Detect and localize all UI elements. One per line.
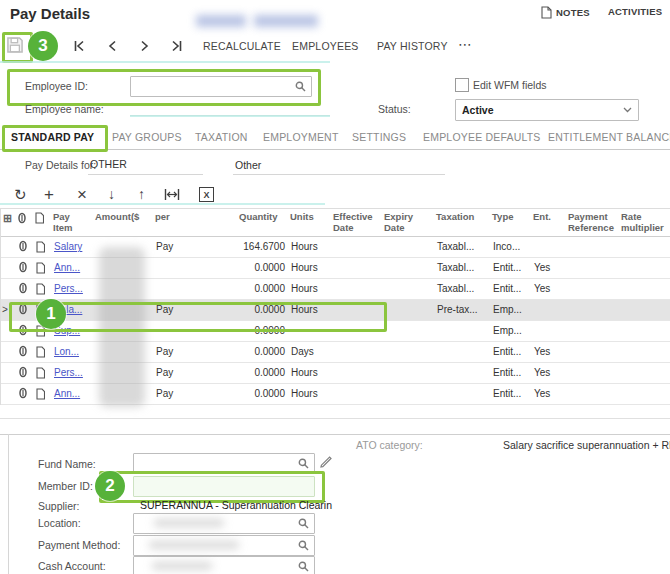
tab-pay-groups[interactable]: PAY GROUPS (112, 131, 182, 143)
taxation-cell[interactable]: Taxabl... (434, 278, 490, 299)
member-id-input[interactable] (133, 476, 315, 497)
move-down-icon[interactable]: ↓ (108, 187, 115, 201)
col-taxation[interactable]: Taxation (434, 209, 490, 237)
move-up-icon[interactable]: ↑ (138, 187, 145, 201)
pay-item-link[interactable]: Pers... (51, 362, 93, 383)
rate-multiplier-cell[interactable] (619, 257, 670, 278)
table-row[interactable]: SalaryPay164.6700HoursTaxabl...Inco... (1, 236, 670, 257)
payment-reference-cell[interactable] (566, 299, 619, 320)
table-row[interactable]: Pers...0.0000HoursTaxabl...Entit...Yes (1, 278, 670, 299)
effective-date-cell[interactable] (331, 362, 382, 383)
units-cell[interactable]: Hours (288, 278, 331, 299)
rate-multiplier-cell[interactable] (619, 320, 670, 341)
cash-account-input[interactable] (133, 556, 315, 574)
refresh-icon[interactable]: ↻ (14, 187, 27, 202)
ent-cell[interactable]: Yes (531, 257, 566, 278)
file-icon[interactable] (33, 362, 51, 383)
units-cell[interactable]: Hours (288, 236, 331, 257)
search-icon[interactable] (298, 561, 309, 572)
effective-date-cell[interactable] (331, 236, 382, 257)
taxation-cell[interactable]: Taxabl... (434, 257, 490, 278)
file-icon[interactable] (33, 236, 51, 257)
taxation-cell[interactable] (434, 362, 490, 383)
table-row[interactable]: Ann...Pay0.0000HoursEntit...Yes (1, 383, 670, 404)
previous-record-button[interactable] (104, 39, 120, 53)
expiry-date-cell[interactable] (382, 383, 434, 404)
units-cell[interactable]: Hours (288, 299, 331, 320)
ent-cell[interactable]: Yes (531, 278, 566, 299)
amount-cell[interactable] (93, 341, 153, 362)
quantity-cell[interactable]: 0.0000 (233, 320, 288, 341)
search-icon[interactable] (298, 458, 309, 469)
search-icon[interactable] (295, 81, 306, 92)
tab-employee-defaults[interactable]: EMPLOYEE DEFAULTS (423, 131, 541, 143)
payment-reference-cell[interactable] (566, 320, 619, 341)
type-cell[interactable]: Emp... (490, 299, 531, 320)
type-cell[interactable]: Inco... (490, 236, 531, 257)
activities-button[interactable]: ACTIVITIES (608, 6, 662, 17)
units-cell[interactable]: Hours (288, 362, 331, 383)
type-cell[interactable]: Entit... (490, 341, 531, 362)
grid-settings-icon[interactable]: ⊞ (1, 209, 15, 237)
amount-cell[interactable] (93, 236, 153, 257)
expiry-date-cell[interactable] (382, 362, 434, 383)
first-record-button[interactable] (71, 39, 87, 53)
type-cell[interactable]: Emp... (490, 320, 531, 341)
units-cell[interactable] (288, 320, 331, 341)
quantity-cell[interactable]: 0.0000 (233, 299, 288, 320)
col-rate-multiplier[interactable]: Rate multiplier (619, 209, 670, 237)
payment-reference-cell[interactable] (566, 383, 619, 404)
fit-width-icon[interactable] (164, 189, 180, 200)
location-input[interactable] (133, 513, 315, 534)
effective-date-cell[interactable] (331, 299, 382, 320)
table-row[interactable]: Ann...0.0000HoursTaxabl...Entit...Yes (1, 257, 670, 278)
col-ent[interactable]: Ent. (531, 209, 566, 237)
col-effective-date[interactable]: Effective Date (331, 209, 382, 237)
expiry-date-cell[interactable] (382, 257, 434, 278)
units-cell[interactable]: Days (288, 341, 331, 362)
pay-item-link[interactable]: Ann... (51, 383, 93, 404)
col-type[interactable]: Type (490, 209, 531, 237)
attachment-icon[interactable] (15, 299, 33, 320)
per-cell[interactable]: Pay (153, 299, 233, 320)
quantity-cell[interactable]: 0.0000 (233, 341, 288, 362)
col-expiry-date[interactable]: Expiry Date (382, 209, 434, 237)
amount-cell[interactable] (93, 320, 153, 341)
units-cell[interactable]: Hours (288, 383, 331, 404)
ent-cell[interactable] (531, 299, 566, 320)
type-cell[interactable]: Entit... (490, 257, 531, 278)
rate-multiplier-cell[interactable] (619, 362, 670, 383)
col-units[interactable]: Units (288, 209, 331, 237)
save-button[interactable] (6, 36, 24, 54)
attachment-icon[interactable] (15, 257, 33, 278)
add-row-icon[interactable]: + (44, 186, 54, 203)
search-icon[interactable] (298, 540, 309, 551)
attachment-icon[interactable] (15, 362, 33, 383)
employees-button[interactable]: EMPLOYEES (292, 40, 359, 52)
attachment-icon[interactable] (15, 341, 33, 362)
per-cell[interactable] (153, 278, 233, 299)
employee-id-input[interactable] (130, 76, 312, 97)
col-pay-item[interactable]: Pay Item (51, 209, 93, 237)
pay-item-link[interactable]: Pers... (51, 278, 93, 299)
rate-multiplier-cell[interactable] (619, 341, 670, 362)
type-cell[interactable]: Entit... (490, 278, 531, 299)
file-icon[interactable] (33, 257, 51, 278)
type-cell[interactable]: Entit... (490, 362, 531, 383)
pay-history-button[interactable]: PAY HISTORY (377, 40, 448, 52)
recalculate-button[interactable]: RECALCULATE (203, 40, 281, 52)
col-quantity[interactable]: Quantity (233, 209, 288, 237)
attachment-icon[interactable] (15, 278, 33, 299)
amount-cell[interactable] (93, 383, 153, 404)
rate-multiplier-cell[interactable] (619, 278, 670, 299)
expiry-date-cell[interactable] (382, 320, 434, 341)
effective-date-cell[interactable] (331, 383, 382, 404)
table-row[interactable]: Lon...Pay0.0000DaysEntit...Yes (1, 341, 670, 362)
payment-reference-cell[interactable] (566, 341, 619, 362)
expiry-date-cell[interactable] (382, 341, 434, 362)
col-per[interactable]: per (153, 209, 233, 237)
effective-date-cell[interactable] (331, 257, 382, 278)
export-excel-icon[interactable]: X (199, 187, 214, 202)
per-cell[interactable] (153, 257, 233, 278)
payment-reference-cell[interactable] (566, 278, 619, 299)
